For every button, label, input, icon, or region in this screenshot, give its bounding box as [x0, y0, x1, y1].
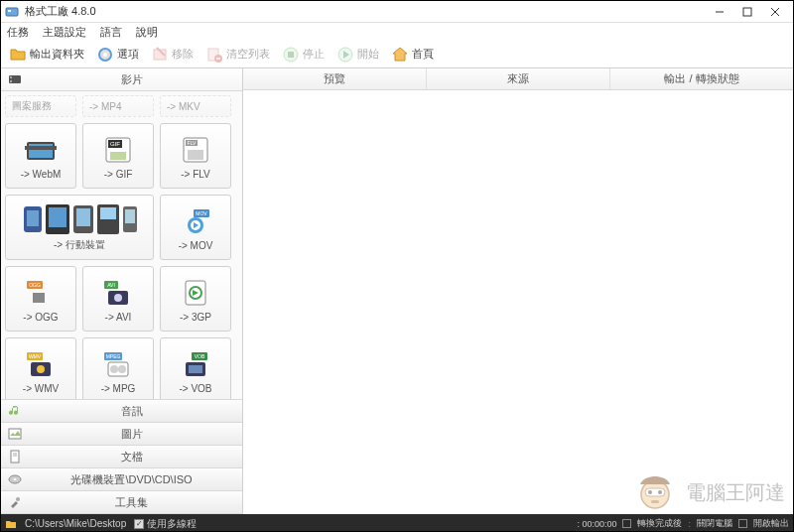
output-folder-button[interactable]: 輸出資料夾 — [5, 44, 88, 66]
col-preview[interactable]: 預覽 — [243, 68, 427, 89]
svg-point-75 — [14, 478, 17, 480]
svg-point-62 — [118, 365, 126, 373]
format-mobile[interactable]: -> 行動裝置 — [5, 195, 154, 260]
gif-icon: GIF — [100, 133, 136, 167]
svg-rect-17 — [10, 76, 12, 78]
svg-point-57 — [37, 365, 45, 373]
svg-rect-14 — [288, 52, 294, 58]
col-source[interactable]: 來源 — [427, 68, 610, 89]
maximize-button[interactable] — [733, 3, 761, 21]
svg-rect-37 — [100, 207, 116, 219]
avi-icon: AVI — [100, 276, 136, 310]
tools-icon — [7, 494, 23, 510]
svg-rect-33 — [49, 207, 66, 227]
menubar: 任務 主題設定 語言 說明 — [1, 23, 793, 41]
flv-icon: FLV — [178, 133, 213, 167]
svg-point-61 — [110, 365, 118, 373]
ogg-icon: OGG — [23, 276, 59, 310]
format-flv[interactable]: FLV-> FLV — [160, 123, 231, 189]
svg-rect-66 — [189, 365, 202, 373]
svg-text:OGG: OGG — [29, 282, 41, 288]
home-icon — [391, 46, 409, 64]
format-card[interactable]: -> MKV — [160, 95, 231, 117]
folder-small-icon[interactable] — [5, 518, 17, 530]
format-ogg[interactable]: OGG-> OGG — [5, 266, 76, 332]
file-list[interactable]: 電腦王阿達 — [243, 90, 793, 514]
checkbox-unchecked-icon[interactable] — [738, 519, 747, 528]
app-icon — [5, 5, 19, 19]
multicore-checkbox[interactable]: ✓ 使用多線程 — [134, 517, 197, 531]
category-video[interactable]: 影片 — [1, 68, 242, 91]
menu-help[interactable]: 說明 — [136, 25, 158, 40]
svg-text:MOV: MOV — [196, 210, 207, 216]
clear-icon — [205, 46, 223, 64]
start-button: 開始 — [332, 44, 383, 66]
svg-rect-18 — [10, 80, 12, 82]
remove-button: 移除 — [147, 44, 198, 66]
format-vob[interactable]: VOB-> VOB — [160, 337, 231, 399]
svg-rect-31 — [27, 210, 39, 226]
titlebar: 格式工廠 4.8.0 — [1, 1, 793, 23]
format-card[interactable]: -> MP4 — [82, 95, 154, 117]
content-area: 預覽 來源 輸出 / 轉換狀態 電腦王阿達 — [243, 68, 793, 514]
close-button[interactable] — [761, 3, 789, 21]
statusbar: C:\Users\Mike\Desktop ✓ 使用多線程 : 00:00:00… — [1, 514, 793, 532]
svg-point-79 — [648, 490, 652, 494]
format-card[interactable]: 圖案服務 — [5, 95, 76, 117]
menu-theme[interactable]: 主題設定 — [43, 25, 86, 40]
svg-point-80 — [658, 490, 662, 494]
wmv-icon: WMV — [23, 347, 59, 381]
format-webm[interactable]: -> WebM — [5, 123, 76, 189]
webm-icon — [23, 133, 59, 167]
svg-rect-71 — [11, 451, 19, 463]
col-output-status[interactable]: 輸出 / 轉換狀態 — [610, 68, 793, 89]
home-button[interactable]: 首頁 — [387, 44, 438, 66]
svg-rect-39 — [125, 209, 135, 223]
category-document[interactable]: 文檔 — [1, 446, 242, 468]
category-disc[interactable]: 光碟機裝置\DVD\CD\ISO — [1, 468, 242, 491]
svg-rect-1 — [8, 10, 11, 12]
category-list: 音訊 圖片 文檔 光碟機裝置\DVD\CD\ISO 工具集 — [1, 399, 242, 514]
svg-point-7 — [103, 53, 107, 57]
svg-point-76 — [16, 497, 20, 501]
svg-text:AVI: AVI — [107, 282, 115, 288]
stop-button: 停止 — [278, 44, 329, 66]
output-path[interactable]: C:\Users\Mike\Desktop — [25, 518, 126, 529]
svg-rect-47 — [33, 293, 45, 303]
format-avi[interactable]: AVI-> AVI — [82, 266, 154, 332]
window-controls — [706, 3, 789, 21]
video-icon — [7, 71, 23, 87]
checkbox-checked-icon: ✓ — [134, 519, 144, 529]
folder-icon — [9, 46, 27, 64]
gear-icon — [96, 46, 114, 64]
checkbox-unchecked-icon[interactable] — [622, 519, 631, 528]
disc-icon — [7, 471, 23, 487]
watermark: 電腦王阿達 — [630, 472, 785, 512]
svg-rect-25 — [110, 152, 126, 160]
svg-rect-21 — [25, 146, 57, 150]
sidebar: 影片 圖案服務 -> MP4 -> MKV -> WebM GIF-> GIF … — [1, 68, 243, 514]
svg-rect-81 — [651, 500, 659, 503]
play-icon — [336, 46, 354, 64]
document-icon — [7, 449, 23, 465]
menu-language[interactable]: 語言 — [100, 25, 122, 40]
options-button[interactable]: 選項 — [92, 44, 143, 66]
toolbar: 輸出資料夾 選項 移除 清空列表 停止 開始 首頁 — [1, 41, 793, 68]
mov-icon: MOV — [178, 204, 213, 238]
category-tools[interactable]: 工具集 — [1, 491, 242, 514]
svg-text:GIF: GIF — [110, 141, 120, 147]
format-wmv[interactable]: WMV-> WMV — [5, 337, 76, 399]
format-grid: 圖案服務 -> MP4 -> MKV -> WebM GIF-> GIF FLV… — [1, 91, 242, 399]
format-3gp[interactable]: -> 3GP — [160, 266, 231, 332]
category-audio[interactable]: 音訊 — [1, 400, 242, 423]
clear-list-button: 清空列表 — [201, 44, 274, 66]
category-picture[interactable]: 圖片 — [1, 423, 242, 446]
format-mpg[interactable]: MPEG-> MPG — [82, 337, 154, 399]
minimize-button[interactable] — [706, 3, 733, 21]
format-mov[interactable]: MOV-> MOV — [160, 195, 231, 260]
svg-point-51 — [114, 294, 122, 302]
mobile-icon — [20, 202, 139, 236]
svg-text:WMV: WMV — [29, 353, 42, 359]
format-gif[interactable]: GIF-> GIF — [82, 123, 154, 189]
menu-tasks[interactable]: 任務 — [7, 25, 29, 40]
